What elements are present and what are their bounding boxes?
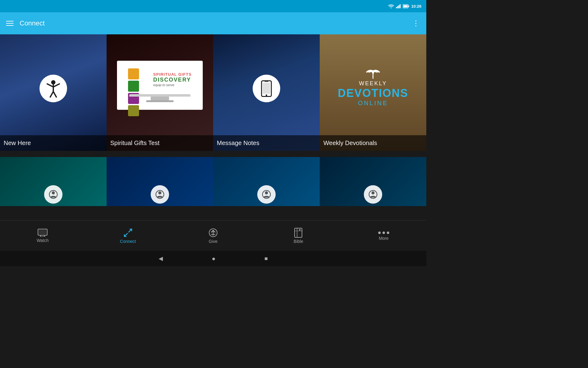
watch-tv-icon bbox=[38, 229, 47, 237]
svg-line-11 bbox=[53, 84, 59, 87]
home-button[interactable]: ● bbox=[212, 255, 216, 262]
devotions-label: DEVOTIONS bbox=[338, 87, 408, 100]
page-title: Connect bbox=[20, 19, 412, 27]
message-notes-label: Message Notes bbox=[213, 135, 320, 151]
online-label: ONLINE bbox=[338, 100, 408, 107]
weekly-devotionals-label: Weekly Devotionals bbox=[320, 135, 426, 151]
bible-icon bbox=[294, 228, 303, 238]
svg-line-12 bbox=[50, 92, 53, 97]
weekly-devotions-text: WEEKLY DEVOTIONS ONLINE bbox=[338, 67, 408, 107]
new-here-icon-circle bbox=[40, 75, 67, 102]
partial-circle-icon-1 bbox=[49, 190, 58, 199]
nav-item-give[interactable]: Give bbox=[171, 225, 256, 246]
nav-more-label: More bbox=[379, 236, 389, 241]
new-here-label: New Here bbox=[0, 135, 107, 151]
svg-rect-29 bbox=[39, 230, 46, 234]
battery-status-icon bbox=[403, 4, 409, 8]
svg-line-10 bbox=[47, 84, 53, 87]
connect-icon bbox=[123, 228, 133, 238]
status-bar-right: 10:26 bbox=[388, 4, 421, 9]
main-content: New Here SPIRITUAL GIFTS DISCOVERY bbox=[0, 34, 426, 220]
bottom-nav: Watch Connect Give bbox=[0, 220, 426, 251]
system-nav-bar: ◀ ● ■ bbox=[0, 251, 426, 266]
nav-connect-label: Connect bbox=[120, 239, 136, 244]
partial-circle-icon-4 bbox=[368, 190, 378, 199]
connect-nav-icon bbox=[123, 228, 133, 238]
back-icon: ◀ bbox=[159, 255, 163, 262]
weekly-label: WEEKLY bbox=[359, 80, 387, 86]
svg-rect-3 bbox=[398, 5, 399, 8]
give-nav-icon bbox=[208, 228, 218, 238]
partial-icon-1 bbox=[44, 185, 62, 204]
svg-rect-6 bbox=[403, 5, 408, 7]
svg-line-33 bbox=[124, 233, 127, 236]
card-partial-2[interactable] bbox=[107, 157, 213, 206]
svg-point-23 bbox=[158, 191, 161, 194]
svg-point-21 bbox=[52, 191, 55, 194]
cards-row-1: New Here SPIRITUAL GIFTS DISCOVERY bbox=[0, 34, 426, 151]
back-button[interactable]: ◀ bbox=[159, 255, 163, 262]
svg-point-27 bbox=[371, 191, 375, 194]
broadcast-icon bbox=[365, 67, 381, 79]
tv-icon bbox=[38, 229, 47, 237]
svg-point-16 bbox=[266, 94, 267, 96]
give-icon bbox=[208, 228, 218, 238]
home-icon: ● bbox=[212, 255, 216, 262]
message-notes-icon-circle bbox=[253, 75, 280, 102]
nav-item-more[interactable]: More bbox=[341, 228, 426, 243]
svg-line-36 bbox=[129, 229, 132, 232]
svg-rect-1 bbox=[396, 7, 397, 8]
nav-item-connect[interactable]: Connect bbox=[85, 225, 170, 246]
svg-point-25 bbox=[265, 191, 268, 194]
card-new-here[interactable]: New Here bbox=[0, 34, 107, 151]
svg-point-45 bbox=[378, 232, 381, 234]
status-bar: 10:26 bbox=[0, 0, 426, 12]
svg-rect-15 bbox=[263, 82, 270, 94]
bible-nav-icon bbox=[294, 228, 303, 238]
svg-rect-40 bbox=[295, 228, 302, 237]
card-weekly-devotionals[interactable]: WEEKLY DEVOTIONS ONLINE Weekly Devotiona… bbox=[320, 34, 426, 151]
svg-point-46 bbox=[383, 232, 385, 234]
nav-item-watch[interactable]: Watch bbox=[0, 226, 85, 245]
card-message-notes[interactable]: Message Notes bbox=[213, 34, 320, 151]
card-partial-1[interactable] bbox=[0, 157, 107, 206]
sgd-logo-display: SPIRITUAL GIFTS DISCOVERY equip to serve bbox=[117, 61, 203, 110]
more-dots-nav-icon bbox=[378, 231, 390, 235]
nav-watch-label: Watch bbox=[37, 238, 49, 243]
hamburger-menu-button[interactable] bbox=[6, 21, 13, 26]
cards-row-2 bbox=[0, 157, 426, 206]
partial-icon-4 bbox=[364, 185, 382, 204]
svg-point-8 bbox=[51, 80, 55, 85]
spiritual-gifts-label: Spiritual Gifts Test bbox=[107, 135, 213, 151]
svg-rect-2 bbox=[397, 6, 398, 8]
card-partial-4[interactable] bbox=[320, 157, 426, 206]
phone-icon bbox=[260, 80, 273, 97]
svg-rect-4 bbox=[400, 4, 401, 8]
nav-give-label: Give bbox=[209, 239, 218, 244]
partial-circle-icon-3 bbox=[262, 190, 271, 199]
wifi-status-icon bbox=[388, 4, 394, 8]
recents-icon: ■ bbox=[265, 255, 268, 262]
nav-bible-label: Bible bbox=[294, 239, 303, 244]
svg-point-47 bbox=[387, 232, 389, 234]
top-bar: Connect ⋮ bbox=[0, 12, 426, 34]
svg-point-0 bbox=[390, 8, 391, 9]
person-arms-up-icon bbox=[46, 79, 61, 98]
card-partial-3[interactable] bbox=[213, 157, 320, 206]
partial-icon-3 bbox=[257, 185, 276, 204]
nav-item-bible[interactable]: Bible bbox=[256, 225, 341, 246]
svg-rect-7 bbox=[408, 6, 409, 7]
svg-point-19 bbox=[372, 72, 374, 74]
recents-button[interactable]: ■ bbox=[265, 255, 268, 262]
partial-icon-2 bbox=[151, 185, 169, 204]
partial-circle-icon-2 bbox=[155, 190, 164, 199]
card-spiritual-gifts[interactable]: SPIRITUAL GIFTS DISCOVERY equip to serve… bbox=[107, 34, 213, 151]
overflow-menu-button[interactable]: ⋮ bbox=[412, 19, 420, 28]
signal-status-icon bbox=[396, 4, 401, 8]
status-time: 10:26 bbox=[411, 4, 421, 9]
svg-rect-17 bbox=[265, 81, 268, 82]
svg-line-13 bbox=[53, 92, 56, 97]
row-separator bbox=[0, 151, 426, 157]
more-nav-icon bbox=[378, 231, 390, 235]
